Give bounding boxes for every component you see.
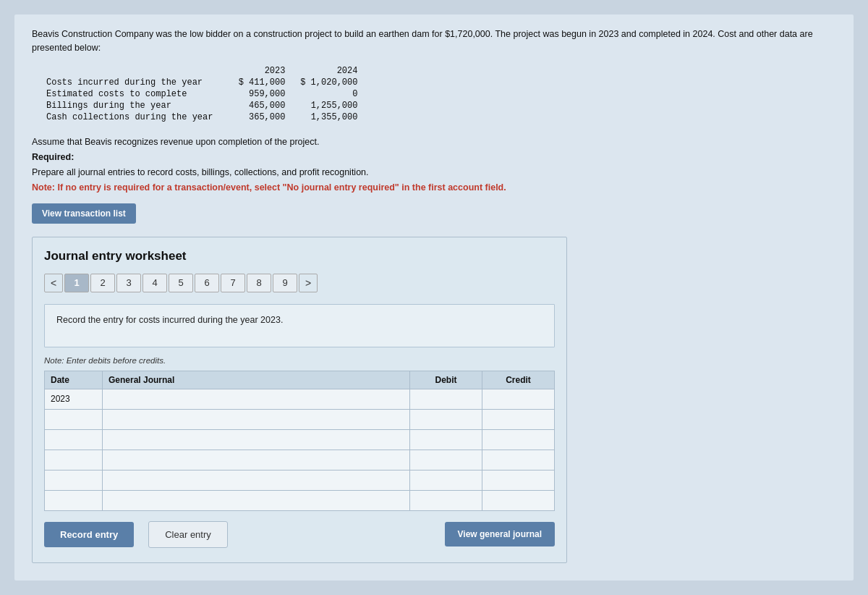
gj-cell-5[interactable] — [103, 490, 410, 510]
credit-cell-2[interactable] — [482, 429, 555, 450]
row-val-0-2023: $ 411,000 — [220, 77, 292, 88]
debit-cell-0[interactable] — [410, 389, 482, 409]
col-date-header: Date — [45, 371, 103, 389]
col-header-2024: 2024 — [292, 65, 365, 77]
credit-input-4[interactable] — [482, 470, 554, 490]
debit-input-1[interactable] — [410, 410, 482, 429]
debit-cell-4[interactable] — [410, 470, 482, 490]
tab-next-arrow[interactable]: > — [299, 274, 318, 292]
note-text: Note: If no entry is required for a tran… — [32, 180, 836, 195]
journal-row-3 — [45, 450, 555, 470]
assumption-text: Assume that Beavis recognizes revenue up… — [32, 135, 836, 150]
col-credit-header: Credit — [482, 371, 555, 389]
tab-9[interactable]: 9 — [273, 274, 297, 292]
row-val-1-2024: 0 — [292, 88, 365, 100]
row-label-3: Cash collections during the year — [46, 111, 220, 123]
table-row: Costs incurred during the year $ 411,000… — [46, 77, 365, 88]
tab-2[interactable]: 2 — [90, 274, 115, 292]
debit-cell-5[interactable] — [410, 490, 482, 510]
col-gj-header: General Journal — [103, 371, 410, 389]
row-val-3-2024: 1,355,000 — [292, 111, 365, 123]
date-cell-1 — [45, 409, 103, 429]
view-transaction-button[interactable]: View transaction list — [32, 203, 136, 224]
gj-input-3[interactable] — [103, 450, 409, 470]
tab-6[interactable]: 6 — [195, 274, 219, 292]
date-cell-5 — [45, 490, 103, 510]
col-header-2023: 2023 — [220, 65, 292, 77]
tab-prev-arrow[interactable]: < — [44, 274, 63, 292]
record-entry-button[interactable]: Record entry — [44, 522, 134, 547]
credit-input-5[interactable] — [482, 491, 554, 510]
debit-cell-1[interactable] — [410, 409, 482, 429]
row-label-1: Estimated costs to complete — [46, 88, 220, 100]
gj-cell-2[interactable] — [103, 429, 410, 450]
journal-row-1 — [45, 409, 555, 429]
journal-table: Date General Journal Debit Credit 2023 — [44, 371, 555, 511]
page-container: Beavis Construction Company was the low … — [14, 14, 854, 581]
row-label-0: Costs incurred during the year — [46, 77, 220, 88]
worksheet-container: Journal entry worksheet < 1 2 3 4 5 6 7 … — [32, 237, 567, 563]
required-section: Assume that Beavis recognizes revenue up… — [32, 135, 836, 196]
credit-cell-5[interactable] — [482, 490, 555, 510]
tab-3[interactable]: 3 — [116, 274, 141, 292]
tab-5[interactable]: 5 — [169, 274, 193, 292]
tab-navigation: < 1 2 3 4 5 6 7 8 9 > — [44, 274, 555, 292]
gj-cell-1[interactable] — [103, 409, 410, 429]
table-row: Billings during the year 465,000 1,255,0… — [46, 100, 365, 111]
worksheet-title: Journal entry worksheet — [44, 249, 555, 263]
debit-cell-3[interactable] — [410, 450, 482, 470]
date-cell-0: 2023 — [45, 389, 103, 409]
table-row: Cash collections during the year 365,000… — [46, 111, 365, 123]
gj-input-1[interactable] — [103, 410, 409, 429]
tab-8[interactable]: 8 — [247, 274, 271, 292]
row-label-2: Billings during the year — [46, 100, 220, 111]
row-val-3-2023: 365,000 — [220, 111, 292, 123]
action-buttons: Record entry Clear entry View general jo… — [44, 521, 555, 548]
gj-cell-3[interactable] — [103, 450, 410, 470]
gj-input-4[interactable] — [103, 470, 409, 490]
row-val-2-2024: 1,255,000 — [292, 100, 365, 111]
credit-cell-0[interactable] — [482, 389, 555, 409]
row-val-0-2024: $ 1,020,000 — [292, 77, 365, 88]
date-cell-4 — [45, 470, 103, 490]
debit-cell-2[interactable] — [410, 429, 482, 450]
debit-input-4[interactable] — [410, 470, 482, 490]
credit-input-0[interactable] — [482, 389, 554, 409]
intro-text: Beavis Construction Company was the low … — [32, 29, 813, 53]
gj-cell-0[interactable] — [103, 389, 410, 409]
credit-input-1[interactable] — [482, 410, 554, 429]
view-general-journal-button[interactable]: View general journal — [445, 522, 555, 547]
credit-input-2[interactable] — [482, 430, 554, 450]
clear-entry-button[interactable]: Clear entry — [148, 521, 228, 548]
gj-input-0[interactable] — [103, 389, 409, 409]
debit-input-2[interactable] — [410, 430, 482, 450]
credit-cell-3[interactable] — [482, 450, 555, 470]
debits-note: Note: Enter debits before credits. — [44, 356, 555, 365]
journal-row-4 — [45, 470, 555, 490]
credit-cell-4[interactable] — [482, 470, 555, 490]
debit-input-0[interactable] — [410, 389, 482, 409]
tab-1[interactable]: 1 — [64, 274, 89, 292]
debit-input-3[interactable] — [410, 450, 482, 470]
data-table: 2023 2024 Costs incurred during the year… — [46, 65, 365, 123]
required-label: Required: — [32, 150, 836, 165]
date-cell-2 — [45, 429, 103, 450]
table-row: Estimated costs to complete 959,000 0 — [46, 88, 365, 100]
tab-4[interactable]: 4 — [142, 274, 167, 292]
journal-row-2 — [45, 429, 555, 450]
gj-input-5[interactable] — [103, 491, 409, 510]
problem-intro: Beavis Construction Company was the low … — [32, 28, 836, 55]
credit-cell-1[interactable] — [482, 409, 555, 429]
row-val-1-2023: 959,000 — [220, 88, 292, 100]
required-desc: Prepare all journal entries to record co… — [32, 165, 836, 180]
gj-cell-4[interactable] — [103, 470, 410, 490]
date-cell-3 — [45, 450, 103, 470]
entry-description: Record the entry for costs incurred duri… — [44, 304, 555, 347]
debit-input-5[interactable] — [410, 491, 482, 510]
gj-input-2[interactable] — [103, 430, 409, 450]
tab-7[interactable]: 7 — [221, 274, 245, 292]
credit-input-3[interactable] — [482, 450, 554, 470]
journal-row-5 — [45, 490, 555, 510]
journal-row-0: 2023 — [45, 389, 555, 409]
row-val-2-2023: 465,000 — [220, 100, 292, 111]
